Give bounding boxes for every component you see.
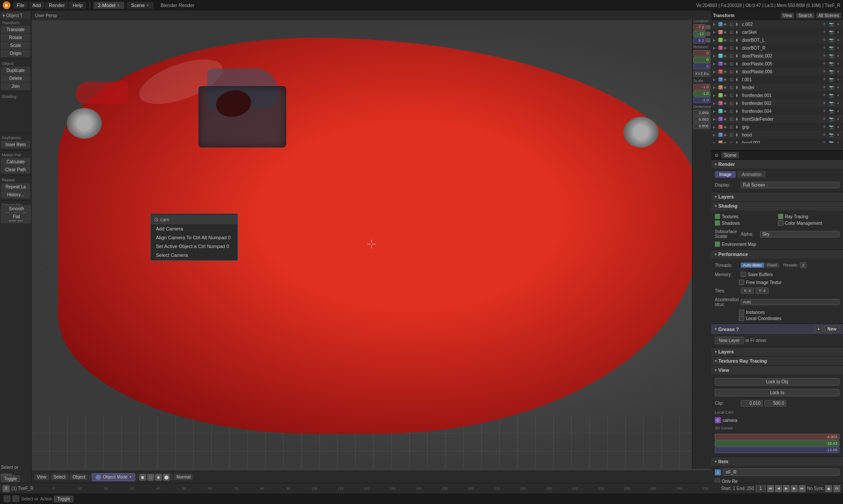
outliner-vis-2[interactable]: ● <box>835 140 841 143</box>
outliner-vis-2[interactable]: ● <box>835 69 841 74</box>
image-tab[interactable]: Image <box>715 171 736 178</box>
outliner-vis-2[interactable]: ● <box>835 30 841 34</box>
outliner-vis-1[interactable]: 📷 <box>828 54 834 58</box>
scale-btn[interactable]: Scale <box>1 42 30 49</box>
outliner-vis-2[interactable]: ● <box>835 22 841 26</box>
outliner-vis-0[interactable]: 👁 <box>821 54 827 58</box>
outliner-search-btn[interactable]: Search <box>796 13 814 18</box>
mode-dropdown[interactable]: Object Mode ▾ <box>92 473 135 481</box>
raytracing-check[interactable]: Ray Tracing <box>778 214 840 219</box>
loc-y-field[interactable]: -12 <box>693 31 706 37</box>
smooth-btn[interactable]: Smooth <box>2 205 31 212</box>
current-frame[interactable]: 1 <box>756 485 766 492</box>
material-mode-btn[interactable]: ◉ <box>155 474 162 481</box>
outliner-row[interactable]: ▶▽◈◱⧫grip👁📷● <box>711 123 843 131</box>
rot-z-field[interactable]: 0 <box>693 63 710 69</box>
normal-btn[interactable]: Normal <box>174 474 193 480</box>
outliner-vis-2[interactable]: ● <box>835 54 841 58</box>
color-mgmt-checkbox[interactable] <box>778 220 783 226</box>
calculate-btn[interactable]: Calculate <box>1 158 30 166</box>
layers-panel-header[interactable]: ▾ Layers <box>711 347 843 356</box>
textures-check[interactable]: Textures <box>715 214 777 219</box>
outliner-row[interactable]: ▶▽◈◱⧫hood👁📷● <box>711 131 843 139</box>
rot-x-field[interactable]: 0 <box>693 50 710 56</box>
outliner-vis-0[interactable]: 👁 <box>821 85 827 90</box>
outliner-vis-1[interactable]: 📷 <box>828 109 834 113</box>
view-section-header[interactable]: ▾ View <box>711 366 843 374</box>
next-frame-btn[interactable]: ▶ <box>791 485 798 492</box>
shadows-checkbox[interactable] <box>715 220 720 226</box>
duplicate-btn[interactable]: Duplicate <box>1 67 30 74</box>
select-menu-btn[interactable]: Select <box>51 474 68 480</box>
render-mode-btn[interactable]: ⬤ <box>163 474 170 481</box>
clip-end[interactable]: 500.0 <box>764 400 786 407</box>
grease-section-header[interactable]: ▾ Grease ? + New <box>711 324 843 334</box>
clear-path-btn[interactable]: Clear Path <box>1 166 30 173</box>
outliner-vis-1[interactable]: 📷 <box>828 125 834 129</box>
tab-scene[interactable]: Scene × <box>127 2 154 9</box>
join-btn[interactable]: Join <box>1 83 30 90</box>
outliner-vis-0[interactable]: 👁 <box>821 133 827 137</box>
outliner-vis-0[interactable]: 👁 <box>821 38 827 42</box>
sync-icon[interactable]: ⟳ <box>833 485 840 492</box>
local-coord-check[interactable]: Local Coordinates <box>739 316 839 321</box>
fixed-btn[interactable]: Fixed <box>765 263 779 268</box>
env-map-check[interactable]: Environment Map <box>715 241 839 247</box>
outliner-vis-0[interactable]: 👁 <box>821 125 827 129</box>
item-name-field[interactable]: eF_R <box>723 468 839 476</box>
renderer-selector[interactable]: Blender Render <box>161 3 195 8</box>
instances-checkbox[interactable] <box>739 310 744 315</box>
outliner-row[interactable]: ▶▽◈◱⧫doorBOT_L👁📷● <box>711 36 843 44</box>
tab-2model-close[interactable]: × <box>117 3 120 8</box>
xyz-euler[interactable]: XYZ Eu <box>693 71 710 77</box>
outliner-vis-1[interactable]: 📷 <box>828 101 834 105</box>
menu-add[interactable]: Add <box>29 2 45 9</box>
menu-render[interactable]: Render <box>45 2 68 9</box>
outliner-vis-1[interactable]: 📷 <box>828 85 834 90</box>
alpha-dropdown[interactable]: Sky <box>760 231 839 238</box>
outliner-row[interactable]: ▶▽◈◱⧫fender👁📷● <box>711 83 843 91</box>
loc-x-field[interactable]: -7.3 <box>693 24 706 30</box>
view-menu-btn[interactable]: View <box>34 474 49 480</box>
skip-start-btn[interactable]: ⏮ <box>767 485 774 492</box>
outliner-vis-1[interactable]: 📷 <box>828 22 834 26</box>
outliner-vis-2[interactable]: ● <box>835 77 841 82</box>
raytracing-checkbox[interactable] <box>778 214 783 219</box>
outliner-vis-2[interactable]: ● <box>835 46 841 50</box>
flat-btn[interactable]: Flat <box>2 213 31 220</box>
object-menu-btn[interactable]: Object <box>70 474 88 480</box>
outliner-row[interactable]: ▶▽◈◱⧫doorPlastic.002👁📷● <box>711 52 843 60</box>
translate-btn[interactable]: Translate <box>1 26 30 33</box>
local-coord-checkbox[interactable] <box>739 316 744 321</box>
accel-dropdown[interactable]: Auto <box>741 299 839 305</box>
prev-frame-btn[interactable]: ◀ <box>775 485 782 492</box>
scene-dropdown[interactable]: All Scenes <box>816 13 841 18</box>
loc-x-lock[interactable] <box>706 25 710 29</box>
clip-start[interactable]: 0.010 <box>741 400 763 407</box>
layers-section-header[interactable]: ▾ Layers <box>711 192 843 201</box>
outliner-vis-2[interactable]: ● <box>835 109 841 113</box>
outliner-row[interactable]: ▶▽◈◱⧫c.002👁📷● <box>711 20 843 28</box>
outliner-vis-0[interactable]: 👁 <box>821 61 827 66</box>
scale-z-field[interactable]: -1.0 <box>693 97 710 103</box>
outliner-vis-2[interactable]: ● <box>835 61 841 66</box>
auto-detect-btn[interactable]: Auto-detec <box>741 263 764 268</box>
outliner-row[interactable]: ▶▽◈◱⧫f.001👁📷● <box>711 76 843 83</box>
menu-file[interactable]: File <box>13 2 28 9</box>
render-section-header[interactable]: ▾ Render <box>711 160 843 169</box>
loc-y-lock[interactable] <box>706 32 710 36</box>
grease-plus-btn[interactable]: + <box>814 326 823 332</box>
cursor-x[interactable]: -4.903 <box>715 434 839 440</box>
save-buffers-checkbox[interactable] <box>741 272 746 277</box>
outliner-row[interactable]: ▶▽◈◱⧫frontfender.004👁📷● <box>711 107 843 115</box>
dim-y-field[interactable]: 6.883 <box>693 116 710 122</box>
outliner-vis-0[interactable]: 👁 <box>821 77 827 82</box>
display-dropdown[interactable]: Full Screen <box>741 182 839 188</box>
scene-label[interactable]: Scene <box>721 152 739 158</box>
outliner-vis-0[interactable]: 👁 <box>821 140 827 143</box>
loc-z-lock[interactable] <box>706 38 710 43</box>
textures-rt-header[interactable]: ▾ Textures Ray Tracing <box>711 356 843 365</box>
outliner-vis-0[interactable]: 👁 <box>821 109 827 113</box>
free-image-check[interactable]: Free Image Textur <box>739 280 839 285</box>
keyframe-icon[interactable]: ◆ <box>825 485 832 492</box>
